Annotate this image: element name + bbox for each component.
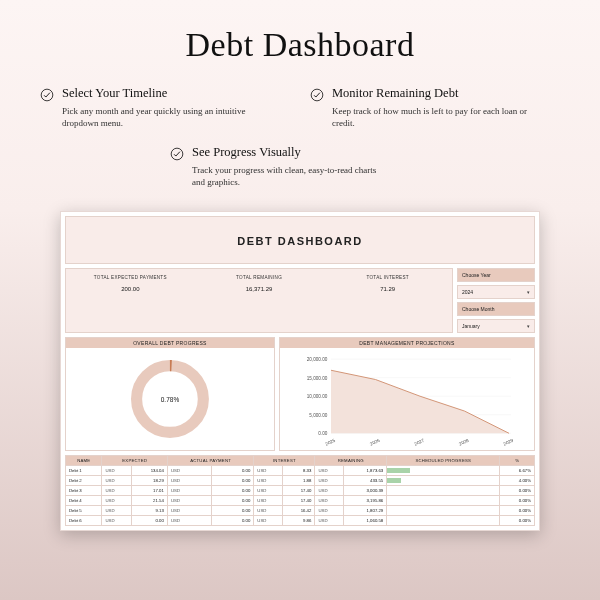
cell-act: 0.00 — [212, 495, 254, 505]
month-selector[interactable]: January ▾ — [457, 319, 535, 333]
cell-bar — [387, 505, 500, 515]
cell-rem: 1,807.29 — [344, 505, 387, 515]
cell-cur: USD — [167, 475, 211, 485]
cell-cur: USD — [315, 475, 344, 485]
cell-name: Debt 2 — [66, 475, 102, 485]
line-chart-title: DEBT MANAGEMENT PROJECTIONS — [280, 338, 534, 348]
check-icon — [40, 88, 54, 102]
total-label: TOTAL EXPECTED PAYMENTS — [66, 275, 195, 280]
line-chart-box: DEBT MANAGEMENT PROJECTIONS 20,000.00 15… — [279, 337, 535, 451]
th-expected: EXPECTED — [102, 455, 167, 465]
feature-title: Select Your Timeline — [62, 86, 257, 101]
selector-value: 2024 — [462, 289, 473, 295]
cell-pct: 0.00% — [500, 485, 535, 495]
table-row: Debt 4USD21.54USD0.00USD17.40USD3,195.86… — [66, 495, 535, 505]
total-value: 16,371.29 — [195, 286, 324, 292]
cell-cur: USD — [167, 505, 211, 515]
th-progress: SCHEDULED PROGRESS — [387, 455, 500, 465]
svg-text:2025: 2025 — [325, 437, 337, 446]
cell-name: Debt 6 — [66, 515, 102, 525]
cell-cur: USD — [254, 495, 283, 505]
donut-chart-box: OVERALL DEBT PROGRESS 0.78% — [65, 337, 275, 451]
cell-cur: USD — [102, 485, 131, 495]
year-selector-label: Choose Year — [457, 268, 535, 282]
cell-pct: 4.00% — [500, 475, 535, 485]
feature-desc: Keep track of how much is left to pay fo… — [332, 105, 527, 129]
svg-marker-16 — [331, 370, 509, 433]
check-icon — [310, 88, 324, 102]
cell-rem: 1,060.58 — [344, 515, 387, 525]
svg-point-2 — [171, 148, 183, 160]
cell-name: Debt 3 — [66, 485, 102, 495]
month-selector-label: Choose Month — [457, 302, 535, 316]
selector-panel: Choose Year 2024 ▾ Choose Month January … — [457, 268, 535, 333]
cell-act: 0.00 — [212, 515, 254, 525]
cell-cur: USD — [167, 515, 211, 525]
cell-int: 16.42 — [283, 505, 315, 515]
cell-int: 1.88 — [283, 475, 315, 485]
svg-text:0.78%: 0.78% — [161, 395, 180, 402]
cell-act: 0.00 — [212, 475, 254, 485]
cell-bar — [387, 485, 500, 495]
table-row: Debt 6USD0.00USD0.00USD9.86USD1,060.580.… — [66, 515, 535, 525]
cell-cur: USD — [315, 515, 344, 525]
svg-text:2027: 2027 — [414, 437, 426, 446]
th-remaining: REMAINING — [315, 455, 387, 465]
svg-text:15,000.00: 15,000.00 — [307, 375, 328, 380]
table-row: Debt 3USD17.01USD0.00USD17.40USD3,000.39… — [66, 485, 535, 495]
cell-pct: 0.00% — [500, 505, 535, 515]
svg-text:5,000.00: 5,000.00 — [309, 412, 327, 417]
cell-rem: 1,873.63 — [344, 465, 387, 475]
cell-cur: USD — [315, 485, 344, 495]
table-row: Debt 5USD9.13USD0.00USD16.42USD1,807.290… — [66, 505, 535, 515]
donut-chart-title: OVERALL DEBT PROGRESS — [66, 338, 274, 348]
table-row: Debt 1USD134.04USD0.00USD8.33USD1,873.63… — [66, 465, 535, 475]
cell-rem: 433.55 — [344, 475, 387, 485]
selector-value: January — [462, 323, 480, 329]
cell-bar — [387, 475, 500, 485]
cell-name: Debt 1 — [66, 465, 102, 475]
cell-cur: USD — [102, 465, 131, 475]
cell-exp: 21.54 — [131, 495, 167, 505]
svg-text:2028: 2028 — [458, 437, 470, 446]
feature-grid: Select Your Timeline Pick any month and … — [40, 86, 560, 189]
table-header-row: NAME EXPECTED ACTUAL PAYMENT INTEREST RE… — [66, 455, 535, 465]
debt-table: NAME EXPECTED ACTUAL PAYMENT INTEREST RE… — [65, 455, 535, 526]
feature-progress: See Progress Visually Track your progres… — [40, 145, 560, 188]
selector-label-text: Choose Year — [462, 272, 491, 278]
cell-rem: 3,000.39 — [344, 485, 387, 495]
total-label: TOTAL REMAINING — [195, 275, 324, 280]
cell-int: 17.40 — [283, 485, 315, 495]
cell-cur: USD — [254, 475, 283, 485]
th-interest: INTEREST — [254, 455, 315, 465]
year-selector[interactable]: 2024 ▾ — [457, 285, 535, 299]
check-icon — [170, 147, 184, 161]
cell-cur: USD — [167, 485, 211, 495]
cell-name: Debt 5 — [66, 505, 102, 515]
cell-cur: USD — [167, 495, 211, 505]
cell-cur: USD — [102, 475, 131, 485]
cell-cur: USD — [102, 495, 131, 505]
cell-int: 8.33 — [283, 465, 315, 475]
dashboard-card: DEBT DASHBOARD TOTAL EXPECTED PAYMENTS 2… — [60, 211, 540, 531]
cell-bar — [387, 465, 500, 475]
svg-text:0.00: 0.00 — [318, 431, 327, 436]
cell-cur: USD — [102, 505, 131, 515]
feature-desc: Track your progress with clean, easy-to-… — [192, 164, 387, 188]
cell-cur: USD — [254, 505, 283, 515]
cell-exp: 9.13 — [131, 505, 167, 515]
cell-act: 0.00 — [212, 485, 254, 495]
feature-desc: Pick any month and year quickly using an… — [62, 105, 257, 129]
feature-title: Monitor Remaining Debt — [332, 86, 527, 101]
th-pct: % — [500, 455, 535, 465]
dashboard-title: DEBT DASHBOARD — [237, 235, 363, 247]
svg-text:2029: 2029 — [503, 437, 515, 446]
cell-int: 17.40 — [283, 495, 315, 505]
chevron-down-icon: ▾ — [527, 323, 530, 329]
dashboard-title-band: DEBT DASHBOARD — [65, 216, 535, 264]
feature-title: See Progress Visually — [192, 145, 387, 160]
chevron-down-icon: ▾ — [527, 289, 530, 295]
total-value: 71.29 — [323, 286, 452, 292]
cell-int: 9.86 — [283, 515, 315, 525]
cell-cur: USD — [254, 515, 283, 525]
